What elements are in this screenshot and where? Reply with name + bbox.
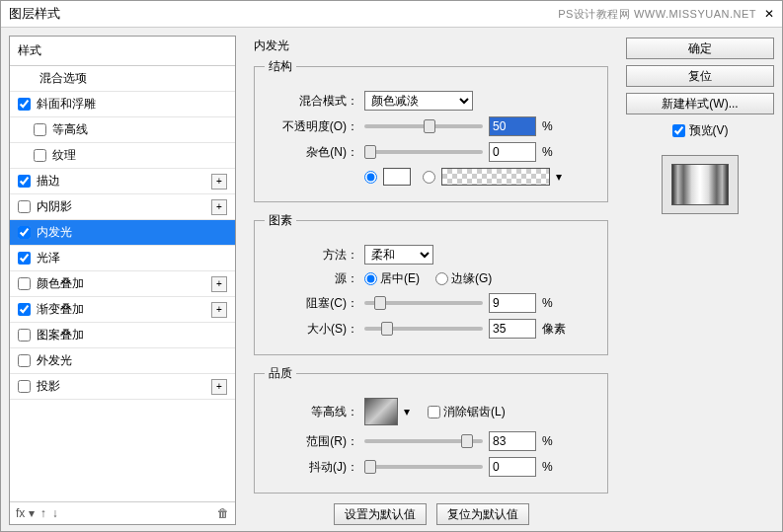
- style-item-10[interactable]: 图案叠加: [10, 323, 235, 348]
- gradient-dropdown-icon[interactable]: ▾: [556, 170, 562, 184]
- group-elements: 图素 方法： 柔和 源： 居中(E) 边缘(G) 阻塞(C)： % 大: [254, 212, 608, 355]
- legend-quality: 品质: [265, 365, 296, 382]
- side-buttons: 确定 复位 新建样式(W)... 预览(V): [626, 36, 774, 525]
- contour-dropdown-icon[interactable]: ▾: [404, 405, 410, 418]
- settings-panel: 内发光 结构 混合模式： 颜色减淡 不透明度(O)： % 杂色(N)：: [244, 36, 618, 525]
- style-item-12[interactable]: 投影+: [10, 374, 235, 400]
- style-item-4[interactable]: 描边+: [10, 169, 235, 194]
- close-icon[interactable]: ✕: [764, 7, 774, 21]
- set-default-button[interactable]: 设置为默认值: [334, 503, 427, 525]
- reset-button[interactable]: 复位: [626, 65, 774, 87]
- plus-icon[interactable]: +: [211, 174, 227, 190]
- style-label: 渐变叠加: [37, 301, 211, 318]
- preview-checkbox[interactable]: 预览(V): [626, 122, 774, 139]
- noise-input[interactable]: [489, 142, 536, 162]
- style-item-11[interactable]: 外发光: [10, 348, 235, 374]
- style-item-5[interactable]: 内阴影+: [10, 194, 235, 220]
- style-label: 图案叠加: [37, 327, 227, 343]
- trash-icon[interactable]: 🗑: [217, 506, 229, 520]
- style-label: 投影: [37, 378, 211, 395]
- opacity-unit: %: [542, 119, 570, 133]
- style-check[interactable]: [18, 200, 31, 213]
- style-item-1[interactable]: 斜面和浮雕: [10, 92, 235, 117]
- style-check[interactable]: [18, 277, 31, 290]
- style-check[interactable]: [18, 329, 31, 342]
- style-label: 纹理: [52, 147, 227, 164]
- style-check[interactable]: [34, 123, 46, 136]
- move-up-icon[interactable]: ↑: [40, 506, 46, 520]
- opacity-input[interactable]: [489, 116, 536, 136]
- style-label: 颜色叠加: [37, 275, 211, 292]
- method-label: 方法：: [265, 247, 358, 264]
- style-check[interactable]: [18, 303, 31, 316]
- blend-mode-select[interactable]: 颜色减淡: [364, 91, 473, 111]
- style-check[interactable]: [18, 354, 31, 367]
- noise-slider[interactable]: [364, 150, 483, 154]
- opacity-label: 不透明度(O)：: [265, 118, 358, 135]
- contour-picker[interactable]: [364, 398, 398, 425]
- style-item-0[interactable]: 混合选项: [10, 66, 235, 92]
- source-edge-radio[interactable]: 边缘(G): [435, 270, 492, 287]
- style-check[interactable]: [18, 175, 31, 188]
- opacity-slider[interactable]: [364, 124, 483, 128]
- plus-icon[interactable]: +: [211, 302, 227, 318]
- range-input[interactable]: [489, 431, 536, 451]
- color-radio[interactable]: [364, 171, 377, 184]
- style-label: 光泽: [37, 250, 227, 266]
- reset-default-button[interactable]: 复位为默认值: [436, 503, 529, 525]
- plus-icon[interactable]: +: [211, 199, 227, 215]
- size-unit: 像素: [542, 321, 570, 338]
- style-label: 混合选项: [39, 70, 227, 87]
- method-select[interactable]: 柔和: [364, 245, 433, 265]
- source-center-radio[interactable]: 居中(E): [364, 270, 420, 287]
- titlebar: 图层样式 PS设计教程网 WWW.MISSYUAN.NET ✕: [1, 1, 782, 28]
- style-item-6[interactable]: 内发光: [10, 220, 235, 246]
- range-slider[interactable]: [364, 439, 483, 443]
- dialog-body: 样式 混合选项斜面和浮雕等高线纹理描边+内阴影+内发光光泽颜色叠加+渐变叠加+图…: [1, 28, 782, 532]
- blend-mode-label: 混合模式：: [265, 93, 358, 110]
- style-check[interactable]: [18, 98, 31, 111]
- style-check[interactable]: [18, 252, 31, 265]
- antialias-checkbox[interactable]: 消除锯齿(L): [428, 404, 506, 420]
- plus-icon[interactable]: +: [211, 276, 227, 292]
- jitter-unit: %: [542, 460, 570, 474]
- color-swatch[interactable]: [383, 168, 411, 186]
- jitter-label: 抖动(J)：: [265, 459, 358, 476]
- style-item-8[interactable]: 颜色叠加+: [10, 271, 235, 297]
- fx-icon[interactable]: fx ▾: [16, 506, 35, 520]
- choke-slider[interactable]: [364, 301, 483, 305]
- size-input[interactable]: [489, 319, 536, 339]
- style-check[interactable]: [34, 149, 46, 162]
- range-unit: %: [542, 434, 570, 448]
- gradient-swatch[interactable]: [441, 168, 550, 186]
- source-label: 源：: [265, 270, 358, 287]
- jitter-slider[interactable]: [364, 465, 483, 469]
- style-check[interactable]: [18, 226, 31, 239]
- style-item-9[interactable]: 渐变叠加+: [10, 297, 235, 323]
- noise-label: 杂色(N)：: [265, 144, 358, 161]
- move-down-icon[interactable]: ↓: [52, 506, 58, 520]
- style-item-3[interactable]: 纹理: [10, 143, 235, 169]
- choke-input[interactable]: [489, 293, 536, 313]
- legend-structure: 结构: [265, 58, 296, 75]
- ok-button[interactable]: 确定: [626, 38, 774, 59]
- style-item-7[interactable]: 光泽: [10, 246, 235, 271]
- group-quality: 品质 等高线： ▾ 消除锯齿(L) 范围(R)： % 抖动(J)：: [254, 365, 608, 494]
- style-label: 斜面和浮雕: [37, 96, 227, 113]
- panel-title: 内发光: [254, 38, 614, 54]
- jitter-input[interactable]: [489, 457, 536, 477]
- legend-elements: 图素: [265, 212, 296, 229]
- style-check[interactable]: [18, 380, 31, 393]
- new-style-button[interactable]: 新建样式(W)...: [626, 93, 774, 114]
- style-label: 描边: [37, 173, 211, 190]
- style-label: 内发光: [37, 224, 227, 241]
- noise-unit: %: [542, 145, 570, 159]
- styles-list: 样式 混合选项斜面和浮雕等高线纹理描边+内阴影+内发光光泽颜色叠加+渐变叠加+图…: [9, 36, 236, 525]
- plus-icon[interactable]: +: [211, 379, 227, 395]
- preview-thumbnail: [662, 155, 739, 214]
- style-item-2[interactable]: 等高线: [10, 117, 235, 143]
- dialog-title: 图层样式: [9, 5, 558, 23]
- gradient-radio[interactable]: [423, 171, 435, 184]
- size-slider[interactable]: [364, 327, 483, 331]
- size-label: 大小(S)：: [265, 321, 358, 338]
